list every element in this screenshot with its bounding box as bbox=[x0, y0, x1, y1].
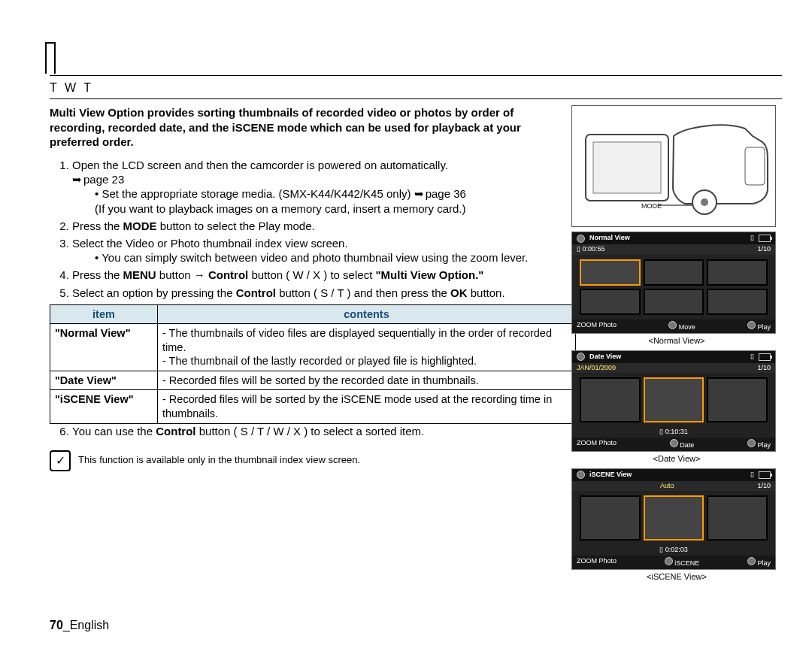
lcd-caption: <Normal View> bbox=[571, 335, 782, 346]
lcd-iscene-view: iSCENE View ▯ Auto 1/10 ▯ 0:02:03 ZOO bbox=[571, 468, 776, 570]
step-3-bullets: You can simply switch between video and … bbox=[72, 250, 564, 265]
td-item-2: "iSCENE View" bbox=[50, 390, 158, 423]
step-4: Press the MENU button → Control button (… bbox=[72, 268, 564, 282]
card-icon: ▯ bbox=[750, 353, 754, 362]
foot-right: Play bbox=[747, 321, 771, 332]
thumb bbox=[707, 495, 768, 540]
lcd-sub-right: 1/10 bbox=[757, 245, 771, 254]
chapter-tab bbox=[45, 42, 56, 74]
battery-icon bbox=[759, 235, 771, 242]
battery-icon bbox=[759, 471, 771, 479]
play-icon bbox=[747, 321, 756, 329]
step-6-control: Control bbox=[156, 425, 195, 438]
step-1-bullet-1: Set the appropriate storage media. (SMX-… bbox=[95, 186, 564, 215]
td-item-1: "Date View" bbox=[50, 371, 158, 390]
step-6: You can use the Control button ( S / T /… bbox=[72, 424, 564, 438]
side-column: MODE Normal View ▯ ▯ 0:00:55 1/10 bbox=[571, 105, 782, 582]
td-contents-0: - The thumbnails of video files are disp… bbox=[158, 324, 576, 371]
svg-rect-1 bbox=[593, 142, 661, 193]
thumb bbox=[707, 377, 768, 422]
td-item-0: "Normal View" bbox=[50, 324, 158, 371]
step-5: Select an option by pressing the Control… bbox=[72, 286, 564, 300]
option-table: item contents "Normal View" - The thumbn… bbox=[50, 304, 576, 424]
table-row: "iSCENE View" - Recorded files will be s… bbox=[50, 390, 576, 423]
movie-icon bbox=[577, 235, 585, 243]
step-6-c: button ( S / T / W / X ) to select a sor… bbox=[196, 425, 425, 438]
step-5-e: button. bbox=[468, 286, 505, 299]
step-5-ok: OK bbox=[450, 286, 468, 299]
step-6-a: You can use the bbox=[72, 425, 156, 438]
content-row: Multi View Option provides sorting thumb… bbox=[50, 105, 782, 582]
table-row: "Date View" - Recorded files will be sor… bbox=[50, 371, 576, 390]
step-1-bullets: Set the appropriate storage media. (SMX-… bbox=[72, 186, 564, 215]
step-1-bullet-1a: Set the appropriate storage media. (SMX-… bbox=[102, 187, 414, 200]
lcd-normal-view: Normal View ▯ ▯ 0:00:55 1/10 bbox=[571, 232, 776, 334]
lcd-head: iSCENE View ▯ bbox=[572, 469, 775, 481]
manual-page: T W T Multi View Option provides sorting… bbox=[0, 0, 812, 651]
step-2-c: button to select the Play mode. bbox=[157, 220, 315, 232]
lcd-sub: ▯ 0:00:55 1/10 bbox=[572, 244, 775, 255]
thumb bbox=[707, 289, 768, 315]
lcd-sub: JAN/01/2009 1/10 bbox=[572, 363, 775, 374]
step-4-control: Control bbox=[208, 268, 248, 281]
rule-sub bbox=[50, 98, 782, 99]
movie-icon bbox=[577, 471, 585, 479]
step-4-target: "Multi View Option." bbox=[375, 268, 483, 281]
th-contents: contents bbox=[158, 304, 576, 324]
step-4-c: button → bbox=[156, 268, 208, 281]
sd-icon: ▯ bbox=[659, 428, 663, 435]
page-number: 70 bbox=[50, 619, 63, 631]
foot-mid: iSCENE bbox=[665, 557, 700, 568]
step-5-c: button ( S / T ) and then press the bbox=[276, 286, 450, 299]
lcd-meta: ▯ 0:02:03 bbox=[572, 545, 775, 556]
step-3: Select the Video or Photo thumbnail inde… bbox=[72, 236, 564, 265]
lcd-caption: <Date View> bbox=[571, 453, 782, 464]
th-item: item bbox=[50, 304, 158, 324]
foot-left: ZOOM Photo bbox=[577, 557, 617, 568]
step-1-text: Open the LCD screen and then the camcord… bbox=[72, 159, 448, 171]
rule-top bbox=[50, 75, 782, 76]
step-1-bullet-1-paren: (If you want to playback images on a mem… bbox=[95, 202, 466, 215]
table-row: "Normal View" - The thumbnails of video … bbox=[50, 324, 576, 371]
move-icon bbox=[668, 321, 677, 329]
thumb bbox=[707, 259, 768, 286]
camcorder-svg: MODE bbox=[572, 106, 775, 226]
lcd-sub: Auto 1/10 bbox=[572, 481, 775, 492]
note-row: ✓ This function is available only in the… bbox=[50, 450, 564, 471]
step-1: Open the LCD screen and then the camcord… bbox=[72, 158, 564, 216]
step-4-a: Press the bbox=[72, 268, 123, 281]
lcd-thumbs bbox=[572, 491, 775, 545]
lcd-sub-right: 1/10 bbox=[757, 364, 771, 373]
table-header-row: item contents bbox=[50, 304, 576, 324]
intro-text: Multi View Option provides sorting thumb… bbox=[50, 105, 564, 149]
section-title: T W T bbox=[50, 80, 782, 95]
thumb bbox=[644, 289, 704, 315]
step-3-bullet-1: You can simply switch between video and … bbox=[95, 250, 564, 265]
step-1-bullet-1-ref: page 36 bbox=[414, 187, 466, 200]
date-icon bbox=[670, 439, 678, 447]
foot-mid: Date bbox=[670, 439, 695, 450]
step-2: Press the MODE button to select the Play… bbox=[72, 219, 564, 233]
step-3-text: Select the Video or Photo thumbnail inde… bbox=[72, 237, 348, 250]
foot-left: ZOOM Photo bbox=[577, 439, 617, 450]
svg-rect-2 bbox=[745, 147, 765, 185]
td-contents-1: - Recorded files will be sorted by the r… bbox=[158, 371, 576, 390]
thumb-highlight bbox=[644, 377, 704, 422]
lcd-head: Normal View ▯ bbox=[572, 232, 775, 244]
lcd-title: Date View bbox=[589, 353, 621, 362]
lcd-date-view: Date View ▯ JAN/01/2009 1/10 ▯ 0:10:31 bbox=[571, 350, 776, 452]
lcd-caption: <iSCENE View> bbox=[571, 571, 782, 582]
lcd-head: Date View ▯ bbox=[572, 351, 775, 363]
mode-label: MODE bbox=[641, 202, 662, 210]
foot-left: ZOOM Photo bbox=[577, 321, 617, 332]
normal-view-block: Normal View ▯ ▯ 0:00:55 1/10 bbox=[571, 232, 782, 346]
card-icon: ▯ bbox=[750, 471, 754, 480]
thumb bbox=[644, 259, 704, 286]
thumb bbox=[580, 289, 641, 315]
lcd-sub-left: JAN/01/2009 bbox=[577, 364, 616, 373]
step-1-ref: page 23 bbox=[72, 173, 124, 186]
thumb-highlight bbox=[644, 495, 704, 540]
sd-icon: ▯ bbox=[659, 546, 663, 553]
note-text: This function is available only in the t… bbox=[78, 454, 360, 467]
lcd-footbar: ZOOM Photo Move Play bbox=[572, 319, 775, 334]
